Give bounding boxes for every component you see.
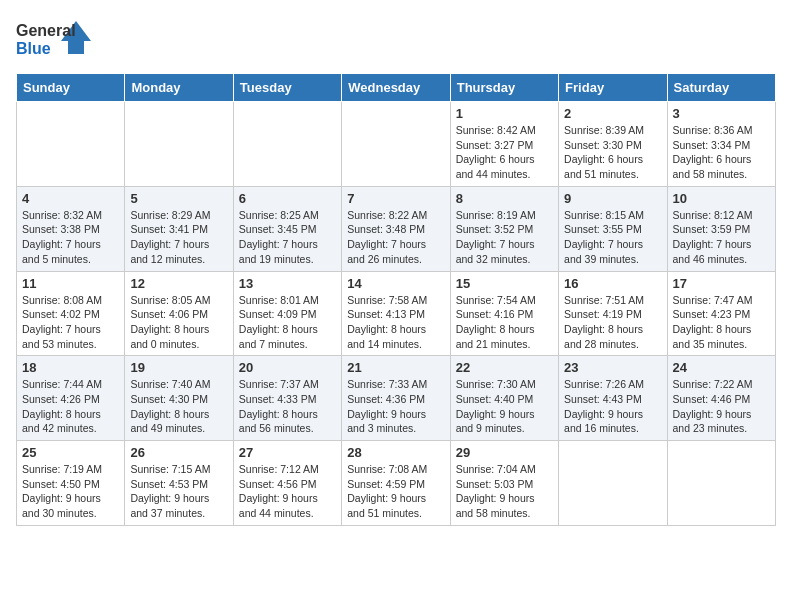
week-row-3: 11Sunrise: 8:08 AM Sunset: 4:02 PM Dayli… xyxy=(17,271,776,356)
day-info: Sunrise: 8:12 AM Sunset: 3:59 PM Dayligh… xyxy=(673,208,770,267)
day-number: 4 xyxy=(22,191,119,206)
calendar-cell: 17Sunrise: 7:47 AM Sunset: 4:23 PM Dayli… xyxy=(667,271,775,356)
day-info: Sunrise: 7:12 AM Sunset: 4:56 PM Dayligh… xyxy=(239,462,336,521)
day-info: Sunrise: 7:51 AM Sunset: 4:19 PM Dayligh… xyxy=(564,293,661,352)
week-row-1: 1Sunrise: 8:42 AM Sunset: 3:27 PM Daylig… xyxy=(17,102,776,187)
day-number: 22 xyxy=(456,360,553,375)
calendar-cell xyxy=(342,102,450,187)
calendar-cell xyxy=(125,102,233,187)
week-row-2: 4Sunrise: 8:32 AM Sunset: 3:38 PM Daylig… xyxy=(17,186,776,271)
day-header-thursday: Thursday xyxy=(450,74,558,102)
day-number: 20 xyxy=(239,360,336,375)
day-info: Sunrise: 8:19 AM Sunset: 3:52 PM Dayligh… xyxy=(456,208,553,267)
day-number: 21 xyxy=(347,360,444,375)
day-number: 3 xyxy=(673,106,770,121)
calendar-cell: 23Sunrise: 7:26 AM Sunset: 4:43 PM Dayli… xyxy=(559,356,667,441)
calendar-cell: 18Sunrise: 7:44 AM Sunset: 4:26 PM Dayli… xyxy=(17,356,125,441)
day-info: Sunrise: 8:32 AM Sunset: 3:38 PM Dayligh… xyxy=(22,208,119,267)
week-row-4: 18Sunrise: 7:44 AM Sunset: 4:26 PM Dayli… xyxy=(17,356,776,441)
calendar-cell: 28Sunrise: 7:08 AM Sunset: 4:59 PM Dayli… xyxy=(342,441,450,526)
day-number: 8 xyxy=(456,191,553,206)
day-info: Sunrise: 7:04 AM Sunset: 5:03 PM Dayligh… xyxy=(456,462,553,521)
day-info: Sunrise: 8:22 AM Sunset: 3:48 PM Dayligh… xyxy=(347,208,444,267)
day-number: 23 xyxy=(564,360,661,375)
calendar-cell: 8Sunrise: 8:19 AM Sunset: 3:52 PM Daylig… xyxy=(450,186,558,271)
day-number: 2 xyxy=(564,106,661,121)
day-info: Sunrise: 8:29 AM Sunset: 3:41 PM Dayligh… xyxy=(130,208,227,267)
calendar-cell: 9Sunrise: 8:15 AM Sunset: 3:55 PM Daylig… xyxy=(559,186,667,271)
day-info: Sunrise: 8:01 AM Sunset: 4:09 PM Dayligh… xyxy=(239,293,336,352)
day-number: 16 xyxy=(564,276,661,291)
day-number: 19 xyxy=(130,360,227,375)
calendar-cell xyxy=(17,102,125,187)
day-info: Sunrise: 7:26 AM Sunset: 4:43 PM Dayligh… xyxy=(564,377,661,436)
calendar-cell: 12Sunrise: 8:05 AM Sunset: 4:06 PM Dayli… xyxy=(125,271,233,356)
day-info: Sunrise: 8:15 AM Sunset: 3:55 PM Dayligh… xyxy=(564,208,661,267)
day-info: Sunrise: 7:19 AM Sunset: 4:50 PM Dayligh… xyxy=(22,462,119,521)
day-number: 28 xyxy=(347,445,444,460)
day-number: 15 xyxy=(456,276,553,291)
day-info: Sunrise: 8:08 AM Sunset: 4:02 PM Dayligh… xyxy=(22,293,119,352)
day-number: 5 xyxy=(130,191,227,206)
day-number: 17 xyxy=(673,276,770,291)
day-info: Sunrise: 7:54 AM Sunset: 4:16 PM Dayligh… xyxy=(456,293,553,352)
day-number: 1 xyxy=(456,106,553,121)
week-row-5: 25Sunrise: 7:19 AM Sunset: 4:50 PM Dayli… xyxy=(17,441,776,526)
day-header-tuesday: Tuesday xyxy=(233,74,341,102)
svg-text:Blue: Blue xyxy=(16,40,51,57)
day-info: Sunrise: 7:08 AM Sunset: 4:59 PM Dayligh… xyxy=(347,462,444,521)
calendar-cell: 20Sunrise: 7:37 AM Sunset: 4:33 PM Dayli… xyxy=(233,356,341,441)
calendar-cell: 14Sunrise: 7:58 AM Sunset: 4:13 PM Dayli… xyxy=(342,271,450,356)
calendar-cell: 16Sunrise: 7:51 AM Sunset: 4:19 PM Dayli… xyxy=(559,271,667,356)
day-number: 18 xyxy=(22,360,119,375)
day-header-friday: Friday xyxy=(559,74,667,102)
calendar-cell: 13Sunrise: 8:01 AM Sunset: 4:09 PM Dayli… xyxy=(233,271,341,356)
calendar-header-row: SundayMondayTuesdayWednesdayThursdayFrid… xyxy=(17,74,776,102)
calendar-cell: 6Sunrise: 8:25 AM Sunset: 3:45 PM Daylig… xyxy=(233,186,341,271)
calendar-cell: 10Sunrise: 8:12 AM Sunset: 3:59 PM Dayli… xyxy=(667,186,775,271)
calendar-cell xyxy=(559,441,667,526)
day-number: 9 xyxy=(564,191,661,206)
day-number: 13 xyxy=(239,276,336,291)
day-info: Sunrise: 8:36 AM Sunset: 3:34 PM Dayligh… xyxy=(673,123,770,182)
calendar-cell: 19Sunrise: 7:40 AM Sunset: 4:30 PM Dayli… xyxy=(125,356,233,441)
calendar-cell xyxy=(667,441,775,526)
day-info: Sunrise: 8:39 AM Sunset: 3:30 PM Dayligh… xyxy=(564,123,661,182)
calendar-cell: 29Sunrise: 7:04 AM Sunset: 5:03 PM Dayli… xyxy=(450,441,558,526)
calendar-cell: 21Sunrise: 7:33 AM Sunset: 4:36 PM Dayli… xyxy=(342,356,450,441)
day-number: 11 xyxy=(22,276,119,291)
day-number: 26 xyxy=(130,445,227,460)
calendar-cell: 2Sunrise: 8:39 AM Sunset: 3:30 PM Daylig… xyxy=(559,102,667,187)
day-number: 25 xyxy=(22,445,119,460)
day-info: Sunrise: 7:15 AM Sunset: 4:53 PM Dayligh… xyxy=(130,462,227,521)
day-number: 12 xyxy=(130,276,227,291)
svg-text:General: General xyxy=(16,22,76,39)
day-info: Sunrise: 7:30 AM Sunset: 4:40 PM Dayligh… xyxy=(456,377,553,436)
logo: GeneralBlue xyxy=(16,16,106,61)
calendar-cell: 27Sunrise: 7:12 AM Sunset: 4:56 PM Dayli… xyxy=(233,441,341,526)
calendar-cell: 24Sunrise: 7:22 AM Sunset: 4:46 PM Dayli… xyxy=(667,356,775,441)
day-info: Sunrise: 8:05 AM Sunset: 4:06 PM Dayligh… xyxy=(130,293,227,352)
calendar-cell: 26Sunrise: 7:15 AM Sunset: 4:53 PM Dayli… xyxy=(125,441,233,526)
day-info: Sunrise: 8:25 AM Sunset: 3:45 PM Dayligh… xyxy=(239,208,336,267)
calendar-cell: 4Sunrise: 8:32 AM Sunset: 3:38 PM Daylig… xyxy=(17,186,125,271)
day-number: 27 xyxy=(239,445,336,460)
calendar-cell: 22Sunrise: 7:30 AM Sunset: 4:40 PM Dayli… xyxy=(450,356,558,441)
day-number: 24 xyxy=(673,360,770,375)
day-info: Sunrise: 7:40 AM Sunset: 4:30 PM Dayligh… xyxy=(130,377,227,436)
day-number: 6 xyxy=(239,191,336,206)
calendar-cell: 15Sunrise: 7:54 AM Sunset: 4:16 PM Dayli… xyxy=(450,271,558,356)
day-header-wednesday: Wednesday xyxy=(342,74,450,102)
day-info: Sunrise: 8:42 AM Sunset: 3:27 PM Dayligh… xyxy=(456,123,553,182)
day-info: Sunrise: 7:33 AM Sunset: 4:36 PM Dayligh… xyxy=(347,377,444,436)
day-info: Sunrise: 7:22 AM Sunset: 4:46 PM Dayligh… xyxy=(673,377,770,436)
calendar-cell: 5Sunrise: 8:29 AM Sunset: 3:41 PM Daylig… xyxy=(125,186,233,271)
day-info: Sunrise: 7:58 AM Sunset: 4:13 PM Dayligh… xyxy=(347,293,444,352)
calendar: SundayMondayTuesdayWednesdayThursdayFrid… xyxy=(16,73,776,526)
day-info: Sunrise: 7:44 AM Sunset: 4:26 PM Dayligh… xyxy=(22,377,119,436)
day-header-sunday: Sunday xyxy=(17,74,125,102)
day-info: Sunrise: 7:37 AM Sunset: 4:33 PM Dayligh… xyxy=(239,377,336,436)
day-number: 10 xyxy=(673,191,770,206)
calendar-cell: 3Sunrise: 8:36 AM Sunset: 3:34 PM Daylig… xyxy=(667,102,775,187)
day-header-saturday: Saturday xyxy=(667,74,775,102)
